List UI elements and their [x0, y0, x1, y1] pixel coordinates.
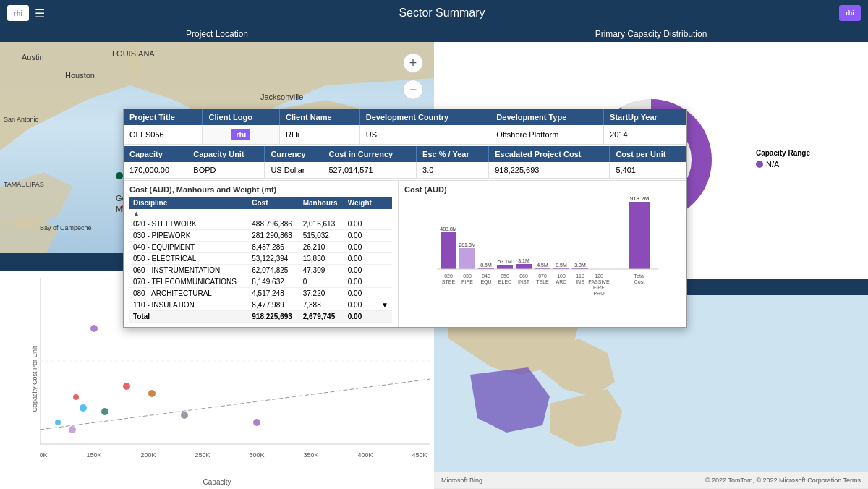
bing-attribution: Microsoft Bing © 2022 TomTom, © 2022 Mic…	[434, 472, 868, 488]
col-weight: Weight	[344, 197, 378, 209]
top-bar: rhi ☰ Sector Summary rhi	[0, 0, 868, 26]
col-dev-country: Development Country	[359, 109, 490, 125]
col-capacity: Capacity	[124, 146, 187, 162]
svg-point-22	[73, 394, 79, 400]
svg-point-14	[90, 325, 98, 332]
svg-point-23	[69, 426, 76, 433]
col-discipline: Discipline	[129, 197, 248, 209]
cost-currency-value: 527,014,571	[323, 162, 417, 179]
svg-text:110: 110	[576, 273, 584, 278]
rhi-logo: rhi	[7, 5, 29, 21]
detail-right-title: Cost (AUD)	[404, 185, 681, 194]
dev-type-cell: Offshore Platform	[490, 125, 604, 145]
col-project-title: Project Title	[124, 109, 203, 125]
svg-text:918.2M: 918.2M	[630, 197, 650, 202]
cost-unit-value: 5,401	[610, 162, 686, 179]
bar-total	[629, 202, 650, 269]
list-item: 110 - INSULATION 8,477,989 7,388 0.00 ▼	[129, 299, 392, 311]
capacity-info-table: Capacity Capacity Unit Currency Cost in …	[124, 146, 686, 179]
scatter-x-label: Capacity	[203, 478, 231, 486]
svg-point-21	[55, 420, 61, 425]
svg-text:FIRE: FIRE	[593, 285, 605, 290]
detail-left: Cost (AUD), Manhours and Weight (mt) Dis…	[124, 181, 399, 327]
col-client-logo: Client Logo	[203, 109, 280, 125]
list-item: 080 - ARCHITECTURAL 4,517,248 37,220 0.0…	[129, 288, 392, 299]
col-esc-year: Esc % / Year	[417, 146, 489, 162]
svg-text:8.5M: 8.5M	[556, 263, 567, 268]
escalated-cost-value: 918,225,693	[489, 162, 610, 179]
svg-text:281.3M: 281.3M	[459, 242, 476, 247]
startup-year-cell: 2014	[604, 125, 686, 145]
zoom-in-button[interactable]: +	[403, 53, 423, 73]
list-item: 060 - INSTRUMENTATION 62,074,825 47,309 …	[129, 265, 392, 276]
svg-text:100: 100	[557, 273, 566, 278]
top-bar-left: rhi ☰	[7, 5, 45, 21]
discipline-row-sort: ▲	[129, 209, 392, 218]
svg-text:200K: 200K	[140, 451, 156, 459]
svg-point-20	[101, 408, 109, 415]
bar-chart-svg: 1.0bn 0.8bn 0.6bn 0.4bn 0.2bn 0.0bn 488.…	[433, 197, 679, 305]
col-currency: Currency	[265, 146, 323, 162]
bar-030	[459, 248, 475, 269]
svg-text:ARC: ARC	[556, 279, 567, 284]
svg-point-19	[148, 390, 156, 397]
svg-text:INST: INST	[518, 279, 530, 284]
scatter-y-label: Capacity Cost Per Unit	[31, 346, 38, 412]
svg-text:150K: 150K	[86, 451, 101, 459]
svg-text:060: 060	[519, 273, 528, 278]
list-item: 070 - TELECOMMUNICATIONS 8,149,632 0 0.0…	[129, 276, 392, 288]
client-logo-cell: rhi	[203, 125, 280, 145]
col-escalated-cost: Escalated Project Cost	[489, 146, 610, 162]
san-antonio-label: San Antonio	[4, 116, 39, 123]
houston-label: Houston	[65, 71, 95, 80]
louisiana-label: LOUISIANA	[112, 49, 155, 58]
bar-chart-area: 1.0bn 0.8bn 0.6bn 0.4bn 0.2bn 0.0bn 488.…	[404, 197, 681, 305]
legend-title: Capacity Range	[756, 149, 810, 157]
col-startup-year: StartUp Year	[604, 109, 686, 125]
project-title-cell: OFFS056	[124, 125, 203, 145]
list-item: 050 - ELECTRICAL 53,122,394 13,830 0.00	[129, 253, 392, 265]
svg-text:070: 070	[538, 273, 547, 278]
zoom-out-button[interactable]: −	[403, 80, 423, 100]
detail-section: Cost (AUD), Manhours and Weight (mt) Dis…	[124, 180, 686, 327]
detail-left-title: Cost (AUD), Manhours and Weight (mt)	[129, 185, 392, 194]
svg-text:PIPE: PIPE	[461, 279, 473, 284]
svg-text:TELE: TELE	[536, 279, 549, 284]
menu-icon[interactable]: ☰	[35, 7, 45, 20]
svg-text:EQU: EQU	[480, 279, 491, 285]
svg-point-17	[181, 412, 188, 419]
bar-050	[497, 265, 513, 269]
svg-text:350K: 350K	[303, 451, 318, 459]
detail-right: Cost (AUD) 1.0bn 0.8bn 0.6bn 0.4bn 0.2bn…	[399, 181, 686, 327]
col-dev-type: Development Type	[490, 109, 604, 125]
svg-text:030: 030	[463, 273, 472, 278]
col-cost-unit: Cost per Unit	[610, 146, 686, 162]
bar-020	[441, 232, 456, 269]
svg-text:INS: INS	[576, 279, 584, 284]
col-manhours: Manhours	[299, 197, 344, 209]
modal-overlay: Project Title Client Logo Client Name De…	[123, 109, 687, 328]
svg-text:450K: 450K	[412, 451, 427, 459]
svg-text:250K: 250K	[195, 451, 210, 459]
bay-label: Bay of Campeche	[40, 224, 92, 231]
top-bar-right-logo: rhi	[839, 5, 861, 21]
col-cost-currency: Cost in Currency	[323, 146, 417, 162]
map-header: Project Location	[0, 26, 434, 42]
donut-legend: Capacity Range N/A	[756, 149, 810, 171]
svg-line-13	[40, 379, 430, 430]
svg-text:STEE: STEE	[442, 279, 456, 284]
col-cost: Cost	[248, 197, 299, 209]
svg-text:100K: 100K	[40, 451, 48, 459]
list-item: 020 - STEELWORK 488,796,386 2,016,613 0.…	[129, 218, 392, 230]
svg-text:050: 050	[501, 273, 509, 278]
capacity-header: Primary Capacity Distribution	[434, 26, 868, 42]
svg-text:53.1M: 53.1M	[498, 259, 512, 264]
bar-060	[516, 264, 532, 269]
svg-text:ELEC: ELEC	[498, 279, 511, 284]
rhi-logo-badge: rhi	[231, 129, 250, 140]
svg-text:040: 040	[482, 273, 490, 278]
project-row: OFFS056 rhi RHi US Offshore Platform 201…	[124, 125, 686, 145]
col-client-name: Client Name	[280, 109, 360, 125]
svg-text:488.8M: 488.8M	[440, 226, 457, 231]
svg-point-15	[123, 383, 130, 390]
